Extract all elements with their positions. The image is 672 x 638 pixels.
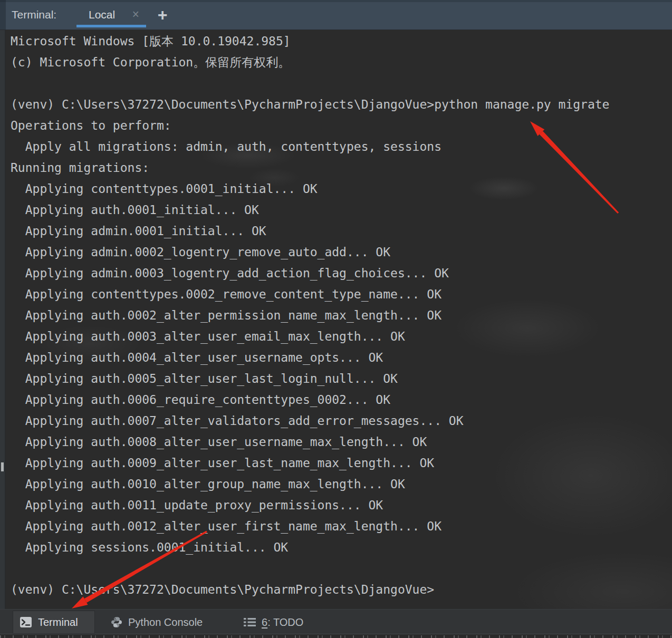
todo-mnemonic: 6: [262, 616, 267, 628]
terminal-line: [11, 73, 672, 94]
tool-tab-todo[interactable]: 6: TODO: [244, 611, 303, 634]
terminal-line: Applying auth.0005_alter_user_last_login…: [11, 368, 672, 389]
gutter-scroll-mark: [1, 462, 4, 471]
terminal-line: Applying sessions.0001_initial... OK: [11, 537, 672, 558]
terminal-line: Microsoft Windows [版本 10.0.19042.985]: [11, 31, 672, 52]
python-icon: [111, 616, 122, 628]
tool-tab-python-console[interactable]: Python Console: [111, 611, 203, 634]
terminal-line: Applying auth.0010_alter_group_name_max_…: [11, 473, 672, 495]
terminal-line: Applying auth.0008_alter_user_username_m…: [11, 431, 672, 452]
clipped-status-bar: [0, 634, 672, 638]
terminal-line: Applying auth.0011_update_proxy_permissi…: [11, 495, 672, 516]
terminal-line: Applying auth.0001_initial... OK: [11, 199, 672, 220]
terminal-line: Applying auth.0012_alter_user_first_name…: [11, 516, 672, 537]
new-terminal-tab-button[interactable]: +: [153, 6, 172, 25]
terminal-line: Operations to perform:: [11, 115, 672, 136]
todo-list-icon: [244, 617, 256, 627]
terminal-output[interactable]: Microsoft Windows [版本 10.0.19042.985](c)…: [5, 30, 672, 609]
tool-tab-todo-label: 6: TODO: [262, 616, 303, 629]
terminal-line: Running migrations:: [11, 157, 672, 178]
terminal-line: Applying auth.0006_require_contenttypes_…: [11, 389, 672, 410]
terminal-line: Applying admin.0002_logentry_remove_auto…: [11, 241, 672, 263]
terminal-line: (venv) C:\Users\37272\Documents\PycharmP…: [11, 94, 672, 115]
terminal-line: Applying admin.0001_initial... OK: [11, 220, 672, 241]
terminal-line: Applying auth.0003_alter_user_email_max_…: [11, 326, 672, 347]
terminal-line: Applying auth.0007_alter_validators_add_…: [11, 410, 672, 431]
terminal-line: Applying contenttypes.0002_remove_conten…: [11, 284, 672, 305]
terminal-icon: [20, 616, 32, 628]
terminal-line: Applying admin.0003_logentry_add_action_…: [11, 263, 672, 284]
tool-tab-python-console-label: Python Console: [128, 616, 203, 629]
terminal-line: [11, 558, 672, 579]
todo-label-rest: : TODO: [267, 616, 303, 628]
tool-window-bar: Terminal Python Console: [0, 609, 672, 634]
terminal-header: Terminal: Local × +: [0, 0, 672, 30]
terminal-line: (c) Microsoft Corporation。保留所有权利。: [11, 52, 672, 73]
terminal-line: Applying auth.0002_alter_permission_name…: [11, 305, 672, 326]
terminal-line: Applying auth.0009_alter_user_last_name_…: [11, 452, 672, 473]
left-gutter: [0, 30, 5, 609]
terminal-line: Applying contenttypes.0001_initial... OK: [11, 178, 672, 199]
terminal-line: Applying auth.0004_alter_user_username_o…: [11, 347, 672, 368]
tool-tab-terminal[interactable]: Terminal: [13, 611, 95, 634]
active-tab-underline: [76, 25, 146, 27]
terminal-tab-local[interactable]: Local ×: [76, 0, 146, 30]
tool-tab-terminal-label: Terminal: [38, 616, 78, 629]
terminal-line: Apply all migrations: admin, auth, conte…: [11, 136, 672, 157]
terminal-line: (venv) C:\Users\37272\Documents\PycharmP…: [11, 579, 672, 600]
terminal-header-label: Terminal:: [12, 0, 56, 30]
